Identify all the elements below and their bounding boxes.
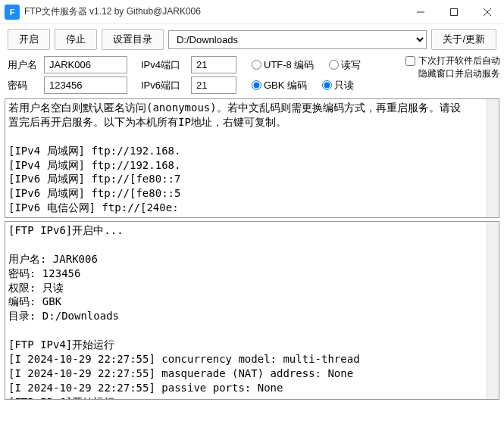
readwrite-radio[interactable]: 读写: [329, 58, 361, 72]
readonly-radio[interactable]: 只读: [322, 79, 354, 92]
pass-input[interactable]: [44, 76, 127, 94]
user-row: 用户名 IPv4端口 UTF-8 编码 读写: [0, 55, 398, 75]
gbk-radio[interactable]: GBK 编码: [252, 79, 307, 92]
pass-row: 密码 IPv6端口 GBK 编码 只读: [0, 75, 398, 95]
scrollbar[interactable]: [487, 99, 499, 217]
toolbar: 开启 停止 设置目录 D:/Downloads 关于/更新: [0, 24, 504, 55]
user-label: 用户名: [8, 58, 38, 72]
svg-rect-1: [451, 8, 458, 15]
window-title: FTP文件服务器 v1.12 by Github@JARK006: [24, 5, 404, 18]
ipv6port-input[interactable]: [191, 76, 236, 94]
close-button[interactable]: [471, 0, 504, 24]
user-input[interactable]: [44, 56, 127, 73]
minimize-button[interactable]: [404, 0, 437, 24]
autohide-checkbox[interactable]: [405, 56, 415, 66]
utf8-radio[interactable]: UTF-8 编码: [252, 58, 314, 72]
scrollbar[interactable]: [487, 222, 499, 399]
maximize-button[interactable]: [437, 0, 471, 24]
path-select[interactable]: D:/Downloads: [168, 30, 427, 49]
setdir-button[interactable]: 设置目录: [102, 29, 164, 50]
titlebar: F FTP文件服务器 v1.12 by Github@JARK006: [0, 0, 504, 24]
app-icon: F: [5, 5, 20, 20]
about-button[interactable]: 关于/更新: [431, 29, 496, 50]
ipv4port-label: IPv4端口: [141, 58, 185, 72]
ip-list-log[interactable]: 若用户名空白则默认匿名访问(anonymous)。若中文乱码则需更换编码方式，再…: [5, 98, 499, 218]
pass-label: 密码: [8, 79, 38, 92]
ipv4port-input[interactable]: [191, 56, 236, 73]
autohide-check[interactable]: 下次打开软件后自动隐藏窗口并启动服务: [405, 55, 504, 95]
start-button[interactable]: 开启: [8, 29, 50, 50]
server-log[interactable]: [FTP IPv6]开启中... 用户名: JARK006 密码: 123456…: [5, 221, 499, 400]
ipv6port-label: IPv6端口: [141, 79, 185, 92]
stop-button[interactable]: 停止: [55, 29, 97, 50]
